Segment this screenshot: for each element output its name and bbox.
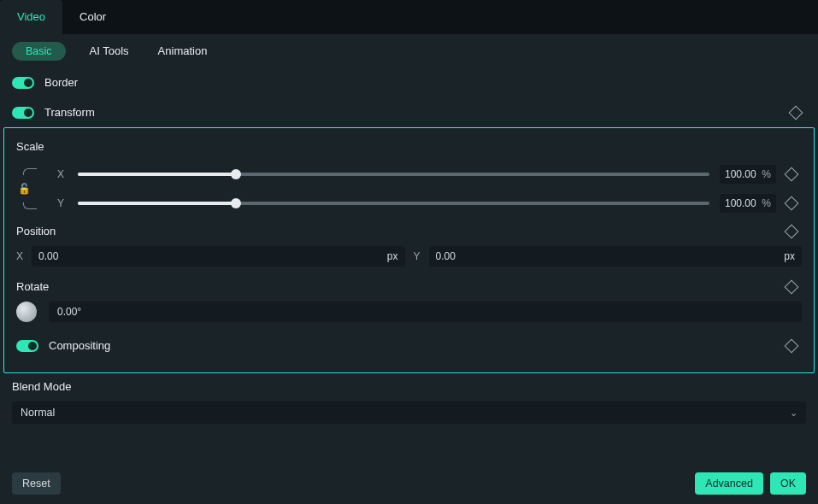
position-y-input[interactable]: 0.00 px	[429, 246, 802, 267]
position-y-axis: Y	[414, 250, 421, 262]
scale-x-unit: %	[762, 168, 771, 180]
subtab-animation[interactable]: Animation	[153, 41, 213, 61]
lock-icon[interactable]: 🔓	[18, 182, 31, 196]
position-y-value: 0.00	[436, 250, 456, 262]
ok-button[interactable]: OK	[770, 472, 806, 495]
keyframe-position[interactable]	[785, 224, 799, 238]
rotate-input[interactable]: 0.00°	[49, 302, 802, 322]
scale-x-value[interactable]: 100.00 %	[720, 165, 776, 184]
chevron-down-icon: ⌄	[790, 407, 797, 419]
scale-x-value-text: 100.00	[725, 168, 756, 180]
toggle-transform[interactable]	[12, 107, 34, 119]
label-position: Position	[16, 225, 786, 237]
sub-nav: Basic AI Tools Animation	[0, 34, 818, 67]
reset-button[interactable]: Reset	[12, 472, 61, 495]
keyframe-compositing[interactable]	[785, 338, 799, 353]
advanced-button[interactable]: Advanced	[695, 472, 763, 495]
position-x-value: 0.00	[38, 250, 58, 262]
position-x-axis: X	[16, 250, 23, 262]
label-blend-mode: Blend Mode	[0, 373, 818, 400]
position-y-unit: px	[784, 250, 795, 262]
highlighted-region: Scale 🔓 X 100.00 % Y	[3, 127, 815, 373]
scale-x-slider-fill	[78, 173, 236, 176]
label-border: Border	[44, 76, 78, 89]
scale-y-slider-thumb[interactable]	[231, 198, 241, 208]
scale-y-unit: %	[762, 197, 771, 209]
scale-y-axis: Y	[57, 197, 68, 209]
label-rotate: Rotate	[16, 280, 786, 293]
section-border: Border	[0, 67, 818, 97]
keyframe-transform[interactable]	[789, 105, 803, 120]
scale-y-slider-fill	[78, 202, 236, 205]
scale-y-value-text: 100.00	[725, 197, 756, 209]
position-header: Position	[4, 218, 814, 243]
subtab-ai-tools[interactable]: AI Tools	[85, 41, 134, 61]
rotate-knob[interactable]	[16, 302, 37, 322]
rotate-value: 0.00°	[57, 306, 81, 318]
tab-video[interactable]: Video	[0, 0, 62, 34]
section-transform: Transform	[0, 97, 818, 127]
scale-x-axis: X	[57, 168, 68, 180]
toggle-border[interactable]	[12, 77, 34, 89]
subtab-basic[interactable]: Basic	[12, 42, 66, 61]
top-tabbar: Video Color	[0, 0, 818, 34]
rotate-row: 0.00°	[4, 298, 814, 325]
label-compositing: Compositing	[49, 339, 110, 352]
keyframe-scale-x[interactable]	[785, 167, 799, 182]
tab-color[interactable]: Color	[62, 0, 123, 34]
footer: Reset Advanced OK	[0, 463, 818, 504]
blend-mode-select[interactable]: Normal ⌄	[12, 401, 806, 424]
scale-x-slider[interactable]	[78, 173, 709, 176]
scale-x-slider-thumb[interactable]	[231, 169, 241, 179]
video-properties-panel: Video Color Basic AI Tools Animation Bor…	[0, 0, 818, 504]
label-scale: Scale	[4, 135, 814, 160]
scale-y-value[interactable]: 100.00 %	[720, 194, 776, 213]
position-x-input[interactable]: 0.00 px	[32, 246, 404, 267]
toggle-compositing[interactable]	[16, 340, 38, 352]
section-compositing: Compositing	[4, 325, 814, 360]
scale-lock-column: 🔓	[16, 160, 32, 218]
keyframe-rotate[interactable]	[785, 279, 799, 294]
scale-x-row: X 100.00 %	[20, 160, 814, 189]
label-transform: Transform	[44, 106, 95, 119]
position-x-unit: px	[387, 250, 398, 262]
rotate-header: Rotate	[4, 273, 814, 298]
keyframe-scale-y[interactable]	[785, 196, 799, 211]
blend-mode-value: Normal	[21, 407, 55, 419]
scale-y-row: Y 100.00 %	[20, 189, 814, 218]
scale-y-slider[interactable]	[78, 202, 709, 205]
position-row: X 0.00 px Y 0.00 px	[4, 243, 814, 273]
scale-group: 🔓 X 100.00 % Y	[4, 160, 814, 218]
